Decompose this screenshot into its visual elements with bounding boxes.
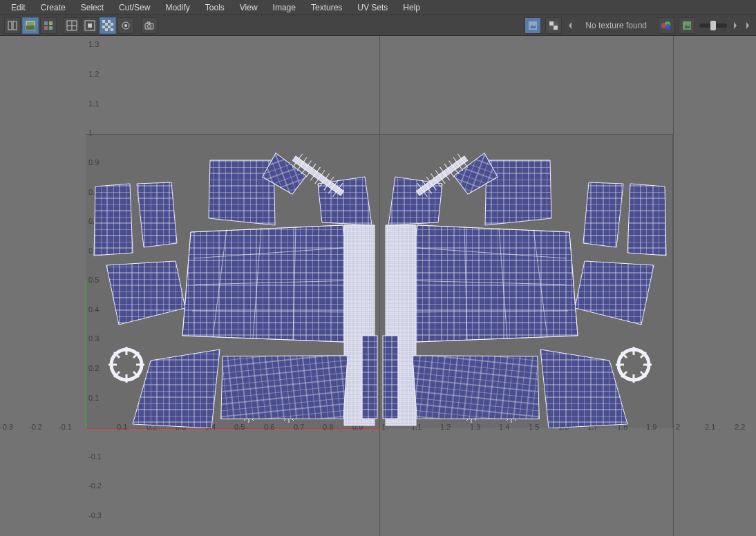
axis-u xyxy=(86,428,380,429)
tick-u: -0.3 xyxy=(0,423,13,431)
svg-rect-8 xyxy=(67,21,77,30)
svg-rect-20 xyxy=(111,28,113,31)
svg-point-35 xyxy=(665,24,670,30)
image-ratio-icon[interactable] xyxy=(679,17,695,34)
rgb-channels-icon[interactable] xyxy=(658,17,674,34)
menu-textures[interactable]: Textures xyxy=(304,1,349,15)
tick-v: 1.2 xyxy=(88,70,99,78)
axis-v xyxy=(86,281,86,429)
uv-lattice-icon[interactable] xyxy=(4,17,21,34)
uv-viewport[interactable]: 1.3 1.2 1.1 1 0.9 0.8 0.7 0.6 0.5 0.4 0.… xyxy=(0,36,756,536)
svg-rect-15 xyxy=(105,23,108,26)
svg-rect-28 xyxy=(549,21,554,26)
menu-tools[interactable]: Tools xyxy=(198,1,231,15)
texture-status-label: No texture found xyxy=(585,21,647,30)
svg-point-34 xyxy=(665,21,670,27)
gridline-u-05 xyxy=(379,36,380,536)
toolbar-left-group xyxy=(4,17,158,34)
svg-rect-0 xyxy=(8,21,12,30)
svg-rect-36 xyxy=(683,21,691,30)
svg-rect-18 xyxy=(108,26,111,28)
svg-marker-27 xyxy=(530,24,536,28)
svg-rect-17 xyxy=(102,26,105,28)
svg-rect-23 xyxy=(145,23,153,29)
svg-rect-25 xyxy=(147,22,150,23)
menu-uvsets[interactable]: UV Sets xyxy=(350,1,395,15)
svg-rect-6 xyxy=(44,26,48,30)
toolbar-right-group: No texture found xyxy=(525,17,752,34)
svg-rect-12 xyxy=(88,23,92,28)
svg-marker-38 xyxy=(734,22,737,29)
tick-v: -0.3 xyxy=(88,511,102,519)
svg-rect-11 xyxy=(85,21,95,30)
next-arrow-1-icon[interactable] xyxy=(731,21,739,30)
next-arrow-2-icon[interactable] xyxy=(744,21,752,30)
svg-rect-2 xyxy=(26,21,35,30)
menu-cutsew[interactable]: Cut/Sew xyxy=(112,1,157,15)
svg-rect-1 xyxy=(13,21,17,30)
menu-bar: Edit Create Select Cut/Sew Modify Tools … xyxy=(0,0,756,15)
svg-rect-31 xyxy=(549,26,554,30)
uv-grid-toggle-icon[interactable] xyxy=(64,17,80,34)
dim-slider[interactable] xyxy=(699,23,727,28)
tick-v: 1.3 xyxy=(88,40,99,48)
toolbar: No texture found xyxy=(0,15,756,36)
svg-point-22 xyxy=(124,24,127,27)
menu-help[interactable]: Help xyxy=(396,1,427,15)
svg-rect-5 xyxy=(49,21,53,25)
svg-marker-37 xyxy=(684,24,690,28)
menu-modify[interactable]: Modify xyxy=(158,1,196,15)
svg-rect-29 xyxy=(554,26,558,30)
tick-u: 2.1 xyxy=(705,423,715,431)
svg-rect-13 xyxy=(102,20,105,23)
uv-shaded-icon[interactable] xyxy=(22,17,39,34)
tick-u: 2 xyxy=(676,423,680,431)
tick-v: -0.2 xyxy=(88,481,102,490)
svg-rect-19 xyxy=(105,28,108,31)
menu-select[interactable]: Select xyxy=(74,1,111,15)
svg-rect-30 xyxy=(554,21,558,26)
menu-view[interactable]: View xyxy=(233,1,265,15)
svg-rect-4 xyxy=(44,21,48,25)
tick-u: -0.1 xyxy=(59,423,72,431)
svg-point-21 xyxy=(122,22,129,29)
svg-marker-32 xyxy=(569,22,571,29)
svg-rect-7 xyxy=(49,26,53,30)
image-display-icon[interactable] xyxy=(525,17,541,34)
uv-checker-icon[interactable] xyxy=(100,17,116,34)
svg-rect-16 xyxy=(111,23,113,26)
tick-u: -0.2 xyxy=(29,423,42,431)
uv-isolate-icon[interactable] xyxy=(82,17,98,34)
svg-rect-26 xyxy=(529,21,537,30)
svg-marker-39 xyxy=(746,22,749,29)
gridline-u-1 xyxy=(673,36,674,536)
menu-create[interactable]: Create xyxy=(34,1,73,15)
uv-snapshot-icon[interactable] xyxy=(141,17,158,34)
menu-image[interactable]: Image xyxy=(266,1,303,15)
svg-rect-3 xyxy=(26,26,35,30)
tick-v: 1.1 xyxy=(88,99,99,108)
texture-prev-icon[interactable] xyxy=(566,21,574,30)
checker-options-icon[interactable] xyxy=(545,17,562,34)
uv-distortion-icon[interactable] xyxy=(40,17,57,34)
tick-u: 2.2 xyxy=(735,423,745,431)
uv-dim-icon[interactable] xyxy=(117,17,134,34)
svg-point-24 xyxy=(148,24,151,28)
menu-edit[interactable]: Edit xyxy=(4,1,32,15)
svg-point-33 xyxy=(661,23,667,28)
tick-v: -0.1 xyxy=(88,452,102,461)
svg-rect-14 xyxy=(108,20,111,23)
dim-slider-thumb[interactable] xyxy=(710,21,716,30)
